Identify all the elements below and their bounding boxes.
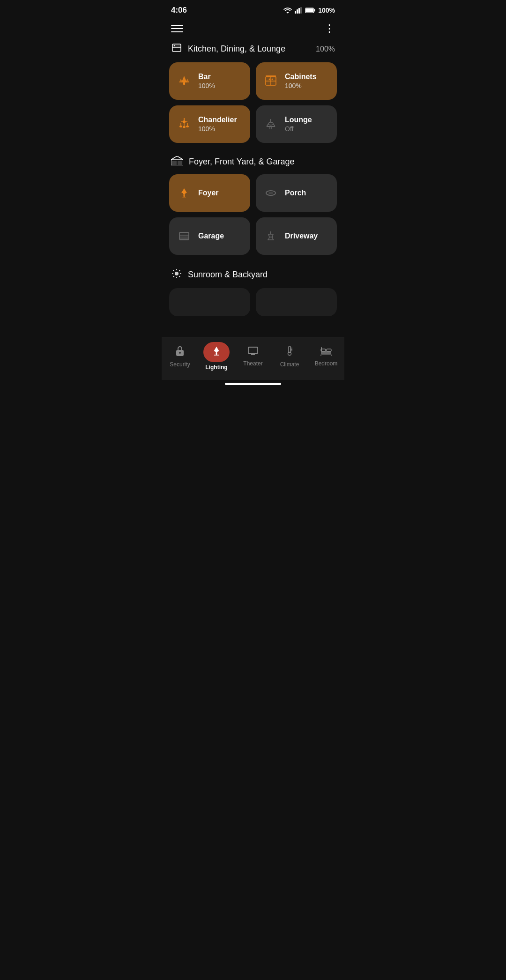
card-grid-sunroom [169, 288, 337, 316]
card-porch[interactable]: Porch [256, 174, 337, 212]
thermometer-icon [285, 345, 294, 359]
section-icon-foyer [171, 156, 183, 168]
svg-rect-42 [183, 193, 186, 194]
svg-marker-41 [181, 188, 187, 193]
nav-item-theater[interactable]: Theater [239, 346, 267, 367]
nav-item-climate[interactable]: Climate [275, 345, 304, 368]
svg-rect-14 [181, 82, 187, 82]
card-sunroom-2[interactable] [256, 288, 337, 316]
nav-label-climate: Climate [280, 361, 299, 368]
menu-button[interactable] [171, 25, 183, 32]
section-icon-sunroom [171, 268, 182, 282]
card-chandelier[interactable]: Chandelier 100% [169, 105, 250, 143]
svg-rect-39 [172, 161, 177, 165]
nav-label-security: Security [170, 361, 190, 368]
card-name-foyer: Foyer [198, 189, 219, 197]
section-icon-kitchen [171, 42, 182, 56]
card-name-driveway: Driveway [285, 232, 318, 240]
home-indicator [225, 383, 281, 385]
card-icon-driveway [263, 230, 278, 243]
status-icons: 100% [283, 7, 335, 14]
card-icon-porch [263, 186, 278, 200]
battery-pct: 100% [318, 7, 335, 14]
card-name-lounge: Lounge [285, 116, 312, 124]
card-icon-lounge [263, 117, 278, 131]
card-status-cabinets: 100% [285, 82, 317, 89]
svg-point-10 [174, 45, 175, 46]
bottom-nav: Security Lighting Theater [162, 337, 344, 380]
section-header-foyer: Foyer, Front Yard, & Garage [169, 156, 337, 168]
card-icon-cabinets [263, 74, 278, 88]
card-icon-garage [177, 230, 192, 243]
svg-point-66 [179, 352, 181, 354]
card-bar[interactable]: Bar 100% [169, 62, 250, 100]
section-kitchen: Kitchen, Dining, & Lounge 100% Bar [169, 42, 337, 143]
card-grid-foyer: Foyer Porch [169, 174, 337, 255]
svg-marker-11 [182, 76, 186, 82]
battery-icon [305, 7, 315, 13]
svg-line-54 [272, 237, 273, 240]
svg-point-28 [183, 126, 186, 128]
svg-rect-8 [172, 44, 181, 47]
status-time: 4:06 [171, 6, 187, 15]
section-sunroom: Sunroom & Backyard [169, 268, 337, 316]
section-foyer: Foyer, Front Yard, & Garage Foyer [169, 156, 337, 255]
card-garage[interactable]: Garage [169, 217, 250, 255]
card-status-bar: 100% [198, 82, 215, 89]
card-status-lounge: Off [285, 125, 312, 133]
card-cabinets[interactable]: Cabinets 100% [256, 62, 337, 100]
svg-line-61 [173, 270, 174, 271]
card-icon-bar [177, 74, 192, 88]
svg-marker-67 [214, 347, 219, 351]
section-header-kitchen: Kitchen, Dining, & Lounge 100% [169, 42, 337, 56]
section-title-foyer: Foyer, Front Yard, & Garage [189, 157, 294, 167]
svg-rect-15 [183, 82, 185, 85]
card-sunroom-1[interactable] [169, 288, 250, 316]
scroll-content: Kitchen, Dining, & Lounge 100% Bar [162, 38, 344, 337]
more-options-button[interactable]: ⋮ [324, 22, 335, 35]
svg-rect-0 [295, 11, 296, 14]
section-title-kitchen: Kitchen, Dining, & Lounge [188, 44, 285, 54]
svg-point-56 [175, 272, 179, 275]
card-foyer[interactable]: Foyer [169, 174, 250, 212]
card-name-cabinets: Cabinets [285, 73, 317, 81]
card-status-chandelier: 100% [198, 125, 237, 133]
nav-label-theater: Theater [243, 360, 262, 367]
svg-point-44 [182, 197, 186, 198]
card-icon-chandelier [177, 117, 192, 131]
svg-point-29 [186, 126, 189, 127]
svg-marker-52 [268, 234, 273, 237]
svg-rect-71 [248, 347, 258, 354]
nav-item-security[interactable]: Security [166, 345, 194, 368]
nav-item-bedroom[interactable]: Bedroom [312, 346, 340, 367]
card-grid-kitchen: Bar 100% Cabinets [169, 62, 337, 143]
svg-line-63 [179, 270, 180, 271]
section-pct-kitchen: 100% [316, 45, 335, 53]
svg-point-32 [268, 122, 273, 125]
card-icon-foyer [177, 186, 192, 200]
svg-rect-1 [297, 9, 298, 14]
card-lounge[interactable]: Lounge Off [256, 105, 337, 143]
svg-rect-6 [305, 8, 313, 12]
tv-icon [247, 346, 259, 358]
svg-rect-5 [314, 9, 315, 12]
card-name-chandelier: Chandelier [198, 116, 237, 124]
svg-line-64 [173, 276, 174, 277]
section-title-sunroom: Sunroom & Backyard [188, 270, 268, 280]
card-driveway[interactable]: Driveway [256, 217, 337, 255]
status-bar: 4:06 100% [162, 0, 344, 17]
svg-point-20 [272, 79, 273, 80]
wifi-icon [283, 7, 292, 14]
card-name-garage: Garage [198, 232, 224, 240]
svg-rect-69 [216, 352, 217, 355]
svg-point-27 [179, 126, 182, 127]
nav-label-lighting: Lighting [205, 364, 227, 371]
top-bar: ⋮ [162, 17, 344, 38]
svg-rect-2 [298, 8, 300, 14]
svg-rect-21 [266, 75, 276, 77]
nav-item-lighting[interactable]: Lighting [202, 342, 231, 371]
lock-icon [175, 345, 185, 359]
card-name-bar: Bar [198, 73, 215, 81]
card-name-porch: Porch [285, 189, 306, 197]
nav-pill-lighting [203, 342, 230, 362]
